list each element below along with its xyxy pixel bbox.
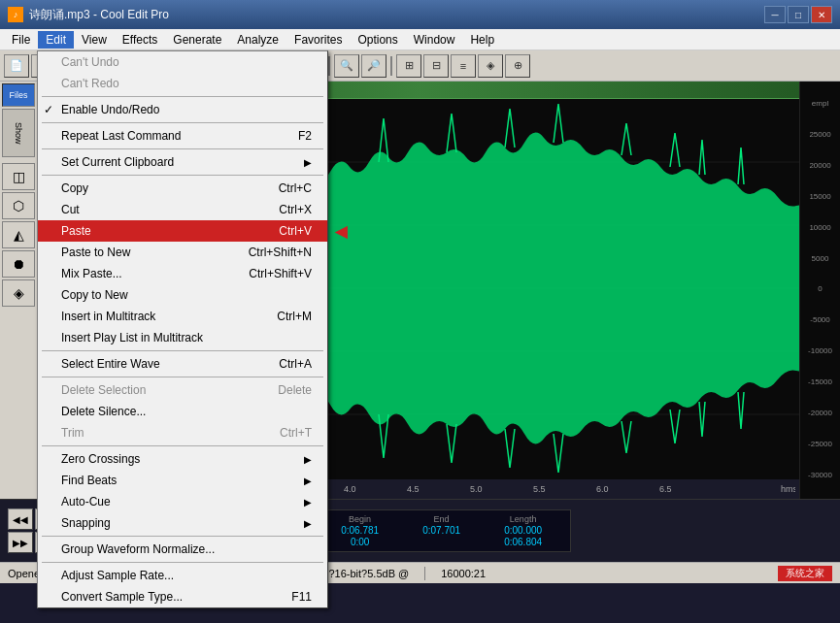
- sidebar-tab-files[interactable]: Files: [2, 83, 35, 107]
- header-length: Length: [485, 514, 562, 524]
- right-scale: empl 25000 20000 15000 10000 5000 0 -500…: [799, 82, 840, 499]
- menu-trim: Trim Ctrl+T: [38, 422, 327, 443]
- toolbar-btn-extra3[interactable]: ≡: [451, 54, 476, 78]
- menu-copy[interactable]: Copy Ctrl+C: [38, 178, 327, 199]
- menu-sep-7: [42, 445, 323, 446]
- status-samplerate: 16000:21: [441, 568, 486, 579]
- scale-neg30000: -30000: [802, 471, 838, 479]
- svg-text:4.5: 4.5: [407, 484, 420, 494]
- menu-set-clipboard[interactable]: Set Current Clipboard ▶: [38, 151, 327, 173]
- menu-sep-4: [42, 175, 323, 176]
- menu-repeat-last[interactable]: Repeat Last Command F2: [38, 125, 327, 147]
- menu-analyze[interactable]: Analyze: [229, 31, 286, 49]
- menu-paste[interactable]: Paste Ctrl+V ◀: [38, 220, 327, 242]
- menu-insert-multitrack[interactable]: Insert in Multitrack Ctrl+M: [38, 306, 327, 327]
- menu-window[interactable]: Window: [406, 31, 463, 49]
- toolbar-zoom-in[interactable]: 🔍: [334, 54, 359, 78]
- menu-snapping[interactable]: Snapping ▶: [38, 512, 327, 534]
- sidebar-icon-4[interactable]: ⏺: [2, 250, 35, 278]
- scale-25000: 25000: [802, 130, 838, 139]
- menu-file[interactable]: File: [4, 31, 38, 49]
- menu-auto-cue[interactable]: Auto-Cue ▶: [38, 491, 327, 512]
- menu-mix-paste[interactable]: Mix Paste... Ctrl+Shift+V: [38, 263, 327, 284]
- menu-help[interactable]: Help: [462, 31, 502, 49]
- scale-neg25000: -25000: [802, 440, 838, 448]
- svg-text:6.0: 6.0: [596, 484, 609, 494]
- scale-empl: empl: [802, 99, 838, 108]
- menu-select-entire[interactable]: Select Entire Wave Ctrl+A: [38, 353, 327, 375]
- window-title: 诗朗诵.mp3 - Cool Edit Pro: [29, 7, 169, 23]
- menu-bar: File Edit View Effects Generate Analyze …: [0, 29, 840, 50]
- view-length: 0:06.804: [485, 537, 562, 547]
- sel-begin: 0:06.781: [321, 525, 399, 536]
- menu-copy-to-new[interactable]: Copy to New: [38, 284, 327, 306]
- scale-0: 0: [802, 284, 838, 293]
- menu-group-normalize[interactable]: Group Waveform Normalize...: [38, 539, 327, 560]
- sidebar-icon-5[interactable]: ◈: [2, 279, 35, 307]
- sidebar-icon-3[interactable]: ◭: [2, 221, 35, 248]
- sidebar-tab-show[interactable]: Show: [2, 109, 35, 157]
- toolbar-new[interactable]: 📄: [4, 54, 29, 78]
- menu-delete-silence[interactable]: Delete Silence...: [38, 401, 327, 422]
- menu-delete-selection: Delete Selection Delete: [38, 379, 327, 401]
- title-bar-controls: ─ □ ✕: [764, 6, 832, 23]
- scale-15000: 15000: [802, 192, 838, 201]
- menu-options[interactable]: Options: [350, 31, 405, 49]
- menu-edit[interactable]: Edit: [38, 31, 74, 49]
- scale-neg5000: -5000: [802, 315, 838, 324]
- title-bar-left: ♪ 诗朗诵.mp3 - Cool Edit Pro: [8, 7, 169, 23]
- toolbar-sep-4: [328, 56, 330, 76]
- menu-cant-undo: Can't Undo: [38, 51, 327, 73]
- menu-sep-6: [42, 377, 323, 377]
- scale-neg10000: -10000: [802, 346, 838, 355]
- maximize-button[interactable]: □: [788, 6, 809, 23]
- toolbar-sep-5: [390, 56, 392, 76]
- svg-text:hms: hms: [781, 484, 795, 494]
- menu-convert-sample[interactable]: Convert Sample Type... F11: [38, 586, 327, 607]
- menu-sep-1: [42, 96, 323, 97]
- menu-cut[interactable]: Cut Ctrl+X: [38, 199, 327, 220]
- dropdown-menu-container: Can't Undo Can't Redo ✓ Enable Undo/Redo…: [37, 50, 328, 608]
- sidebar-icon-1[interactable]: ◫: [2, 163, 35, 190]
- sel-end: 0:07.701: [403, 525, 481, 536]
- menu-cant-redo: Can't Redo: [38, 73, 327, 94]
- menu-adjust-sample[interactable]: Adjust Sample Rate...: [38, 565, 327, 586]
- menu-generate[interactable]: Generate: [165, 31, 229, 49]
- menu-sep-5: [42, 350, 323, 351]
- left-sidebar: Files Show ◫ ⬡ ◭ ⏺ ◈: [0, 82, 39, 499]
- edit-menu-dropdown: Can't Undo Can't Redo ✓ Enable Undo/Redo…: [37, 50, 328, 608]
- sidebar-icon-2[interactable]: ⬡: [2, 192, 35, 219]
- view-begin: 0:00: [321, 537, 399, 547]
- scale-5000: 5000: [802, 254, 838, 263]
- toolbar-btn-extra5[interactable]: ⊕: [505, 54, 530, 78]
- menu-effects[interactable]: Effects: [115, 31, 165, 49]
- close-button[interactable]: ✕: [811, 6, 832, 23]
- menu-sep-2: [42, 122, 323, 123]
- toolbar-zoom-out[interactable]: 🔎: [361, 54, 386, 78]
- svg-text:4.0: 4.0: [344, 484, 356, 494]
- toolbar-btn-extra4[interactable]: ◈: [478, 54, 503, 78]
- menu-zero-crossings[interactable]: Zero Crossings ▶: [38, 448, 327, 470]
- menu-view[interactable]: View: [74, 31, 115, 49]
- menu-sep-8: [42, 536, 323, 537]
- toolbar-btn-extra2[interactable]: ⊟: [423, 54, 449, 78]
- scale-20000: 20000: [802, 161, 838, 170]
- title-bar: ♪ 诗朗诵.mp3 - Cool Edit Pro ─ □ ✕: [0, 0, 840, 29]
- svg-text:5.5: 5.5: [533, 484, 546, 494]
- view-end: [403, 537, 481, 547]
- menu-favorites[interactable]: Favorites: [286, 31, 350, 49]
- header-begin: Begin: [321, 514, 399, 524]
- toolbar-btn-extra1[interactable]: ⊞: [396, 54, 421, 78]
- menu-find-beats[interactable]: Find Beats ▶: [38, 470, 327, 491]
- menu-enable-undo[interactable]: ✓ Enable Undo/Redo: [38, 99, 327, 120]
- menu-insert-playlist[interactable]: Insert Play List in Multitrack: [38, 327, 327, 348]
- transport-forward[interactable]: ▶▶: [8, 532, 33, 553]
- menu-sep-3: [42, 148, 323, 149]
- minimize-button[interactable]: ─: [764, 6, 786, 23]
- menu-paste-to-new[interactable]: Paste to New Ctrl+Shift+N: [38, 242, 327, 263]
- menu-sep-9: [42, 562, 323, 563]
- status-sep-3: [424, 567, 425, 580]
- scale-10000: 10000: [802, 223, 838, 232]
- scale-neg20000: -20000: [802, 409, 838, 417]
- transport-rewind[interactable]: ◀◀: [8, 508, 33, 530]
